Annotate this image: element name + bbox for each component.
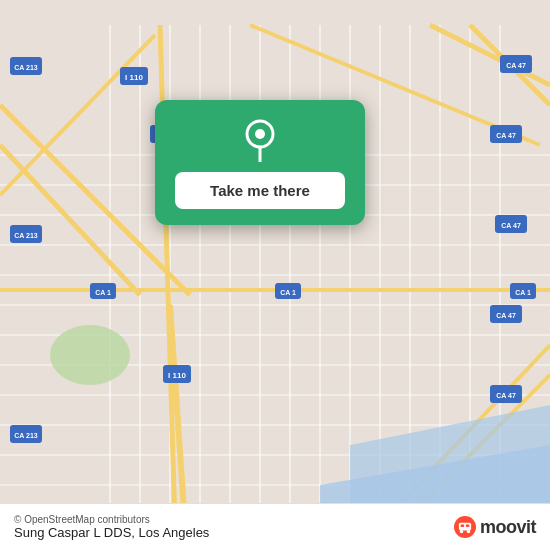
svg-text:I 110: I 110 <box>168 371 186 380</box>
moovit-text: moovit <box>480 517 536 538</box>
bottom-bar: © OpenStreetMap contributors Sung Caspar… <box>0 503 550 550</box>
svg-point-77 <box>460 530 464 534</box>
popup-card: Take me there <box>155 100 365 225</box>
svg-text:CA 1: CA 1 <box>280 289 296 296</box>
location-pin-icon <box>238 118 282 162</box>
svg-point-72 <box>255 129 265 139</box>
map-background: I 110 I 110 I 110 I 110 CA 213 CA 213 CA… <box>0 0 550 550</box>
svg-text:CA 47: CA 47 <box>506 62 526 69</box>
svg-text:CA 213: CA 213 <box>14 432 38 439</box>
svg-text:CA 1: CA 1 <box>95 289 111 296</box>
svg-text:CA 47: CA 47 <box>501 222 521 229</box>
svg-point-78 <box>467 530 471 534</box>
map-attribution: © OpenStreetMap contributors <box>14 514 209 525</box>
location-name: Sung Caspar L DDS, Los Angeles <box>14 525 209 540</box>
map-container: I 110 I 110 I 110 I 110 CA 213 CA 213 CA… <box>0 0 550 550</box>
svg-rect-76 <box>466 524 470 527</box>
svg-text:CA 213: CA 213 <box>14 232 38 239</box>
svg-text:CA 47: CA 47 <box>496 132 516 139</box>
svg-point-40 <box>50 325 130 385</box>
moovit-bus-icon <box>454 516 476 538</box>
svg-text:CA 1: CA 1 <box>515 289 531 296</box>
take-me-there-button[interactable]: Take me there <box>175 172 345 209</box>
svg-text:CA 213: CA 213 <box>14 64 38 71</box>
svg-rect-75 <box>461 524 465 527</box>
svg-text:I 110: I 110 <box>125 73 143 82</box>
svg-text:CA 47: CA 47 <box>496 312 516 319</box>
svg-text:CA 47: CA 47 <box>496 392 516 399</box>
moovit-logo: moovit <box>454 516 536 538</box>
